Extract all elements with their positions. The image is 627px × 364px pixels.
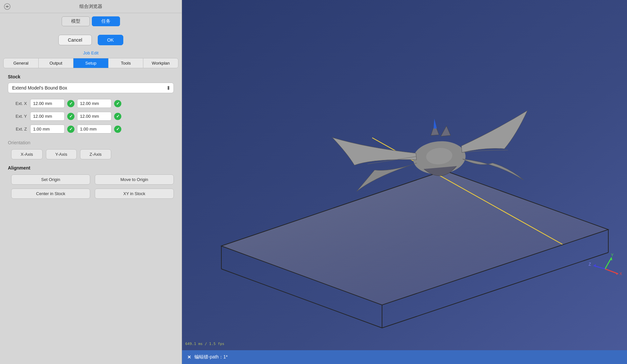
path-label: 蝙蝠镖-path：1* (194, 354, 228, 360)
tab-workplan[interactable]: Workplan (143, 58, 178, 68)
model-task-tab-row: 模型 任务 (0, 13, 182, 30)
close-path-button[interactable]: ✕ (187, 354, 191, 360)
nav-tabs: General Output Setup Tools Workplan (3, 58, 178, 68)
viewport[interactable]: X Y Z 649.1 ms / 1.5 fps ✕ 蝙蝠镖-path：1* (182, 0, 627, 364)
y-axis-button[interactable]: Y-Axis (46, 149, 77, 159)
ext-y-input-group: ✓ ✓ (30, 112, 121, 121)
ext-x-label: Ext. X (8, 101, 30, 106)
stock-section: Stock Extend Model's Bound Box ⬍ Ext. X … (8, 74, 174, 133)
job-edit-label: Job Edit (0, 51, 182, 55)
title-bar: 组合浏览器 (0, 0, 182, 13)
left-panel: 组合浏览器 模型 任务 Cancel OK Job Edit General O… (0, 0, 182, 364)
stock-dropdown[interactable]: Extend Model's Bound Box (8, 83, 174, 93)
task-tab[interactable]: 任务 (92, 16, 120, 26)
svg-text:Z: Z (589, 262, 591, 267)
ext-x-check-2: ✓ (114, 100, 121, 107)
stock-title: Stock (8, 74, 174, 79)
ext-y-row: Ext. Y ✓ ✓ (8, 112, 174, 121)
cancel-button[interactable]: Cancel (58, 35, 92, 45)
ext-y-label: Ext. Y (8, 114, 30, 119)
stock-dropdown-row: Extend Model's Bound Box ⬍ (8, 83, 174, 93)
ext-y-input-2[interactable] (77, 112, 111, 121)
perf-label: 649.1 ms / 1.5 fps (185, 342, 224, 346)
center-in-stock-button[interactable]: Center in Stock (11, 189, 90, 199)
ext-z-check-1: ✓ (67, 126, 74, 133)
ext-z-input-group: ✓ ✓ (30, 125, 121, 133)
ext-z-row: Ext. Z ✓ ✓ (8, 125, 174, 133)
alignment-row-2: Center in Stock XY in Stock (11, 189, 174, 199)
stock-dropdown-wrapper: Extend Model's Bound Box ⬍ (8, 83, 174, 93)
panel-body: Stock Extend Model's Bound Box ⬍ Ext. X … (0, 74, 182, 364)
ext-x-row: Ext. X ✓ ✓ (8, 99, 174, 108)
ext-x-check-1: ✓ (67, 100, 74, 107)
set-origin-button[interactable]: Set Origin (11, 174, 90, 185)
xy-in-stock-button[interactable]: XY in Stock (95, 189, 174, 199)
alignment-row-1: Set Origin Move to Origin (11, 174, 174, 185)
svg-text:X: X (619, 272, 622, 276)
ext-y-check-1: ✓ (67, 113, 74, 120)
ext-x-input-1[interactable] (30, 99, 65, 108)
action-button-row: Cancel OK (0, 30, 182, 51)
tab-general[interactable]: General (4, 58, 39, 68)
bottom-bar: ✕ 蝙蝠镖-path：1* (182, 350, 627, 364)
ext-x-input-group: ✓ ✓ (30, 99, 121, 108)
window-title: 组合浏览器 (79, 4, 102, 10)
model-tab[interactable]: 模型 (62, 16, 90, 26)
tab-output[interactable]: Output (39, 58, 74, 68)
ok-button[interactable]: OK (98, 35, 123, 45)
ext-x-input-2[interactable] (77, 99, 111, 108)
tab-setup[interactable]: Setup (73, 58, 109, 68)
ext-z-label: Ext. Z (8, 127, 30, 131)
orientation-label: Orientation (8, 140, 174, 145)
ext-y-input-1[interactable] (30, 112, 65, 121)
app-icon (4, 3, 10, 10)
alignment-title: Alignment (8, 165, 174, 171)
z-axis-button[interactable]: Z-Axis (80, 149, 111, 159)
ext-z-input-1[interactable] (30, 125, 65, 133)
axis-buttons: X-Axis Y-Axis Z-Axis (11, 149, 174, 159)
alignment-section: Alignment Set Origin Move to Origin Cent… (8, 165, 174, 199)
ext-z-input-2[interactable] (77, 125, 111, 133)
3d-scene: X Y Z (182, 0, 627, 364)
svg-rect-1 (182, 0, 627, 364)
tab-tools[interactable]: Tools (109, 58, 144, 68)
move-to-origin-button[interactable]: Move to Origin (95, 174, 174, 185)
ext-y-check-2: ✓ (114, 113, 121, 120)
ext-z-check-2: ✓ (114, 126, 121, 133)
x-axis-button[interactable]: X-Axis (11, 149, 43, 159)
orientation-section: Orientation X-Axis Y-Axis Z-Axis (8, 140, 174, 159)
svg-text:Y: Y (611, 253, 614, 257)
